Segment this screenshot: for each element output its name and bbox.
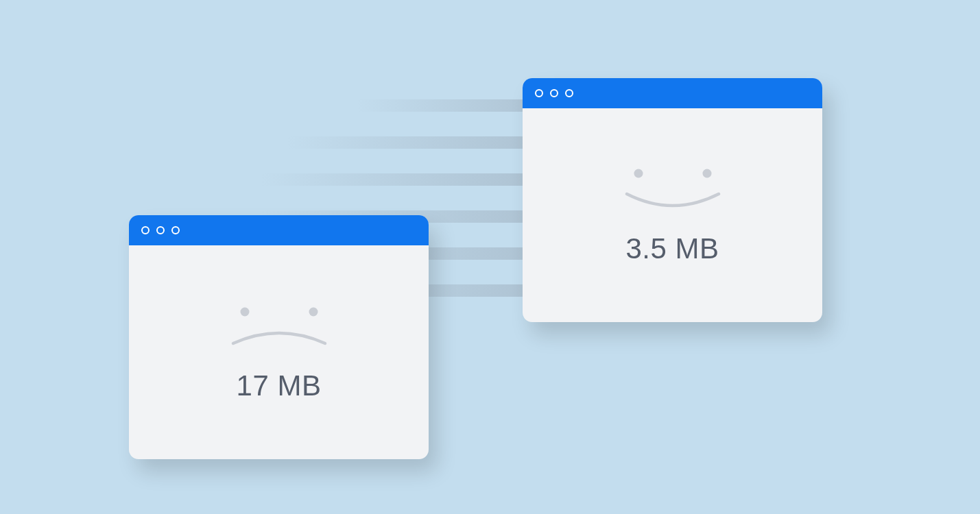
window-dot-icon: [171, 226, 180, 234]
window-dot-icon: [535, 89, 543, 97]
window-titlebar: [129, 215, 429, 245]
window-body: 3.5 MB: [523, 108, 822, 322]
size-label: 17 MB: [237, 369, 322, 402]
window-dot-icon: [156, 226, 165, 234]
window-titlebar: [523, 78, 822, 108]
browser-window-unoptimized: 17 MB: [129, 215, 429, 459]
frown-face-icon: [221, 302, 337, 352]
smile-face-icon: [614, 165, 731, 215]
browser-window-optimized: 3.5 MB: [523, 78, 822, 322]
svg-point-2: [240, 308, 249, 317]
svg-point-1: [702, 169, 711, 178]
svg-point-3: [309, 308, 318, 317]
window-body: 17 MB: [129, 245, 429, 459]
window-dot-icon: [141, 226, 150, 234]
svg-point-0: [634, 169, 643, 178]
window-dot-icon: [550, 89, 558, 97]
window-dot-icon: [565, 89, 573, 97]
size-label: 3.5 MB: [625, 232, 719, 265]
